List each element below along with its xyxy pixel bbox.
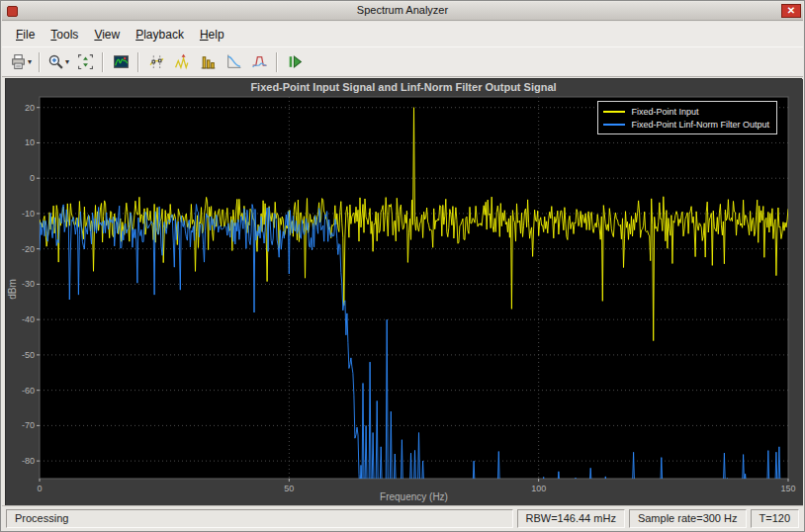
y-tick-label: -80 xyxy=(22,456,35,466)
y-tick-label: -70 xyxy=(22,420,35,430)
y-tick-label: 10 xyxy=(25,137,35,147)
status-message: Processing xyxy=(6,509,513,528)
y-tick-label: -50 xyxy=(22,350,35,360)
fit-axes-icon xyxy=(77,53,94,70)
legend-swatch xyxy=(603,111,625,113)
legend-item-output: Fixed-Point Linf-Norm Filter Output xyxy=(603,118,769,131)
time-indicator: T=120 xyxy=(751,509,800,528)
step-forward-icon xyxy=(287,53,304,70)
toolbar-separator xyxy=(137,52,139,72)
peak-finder-button[interactable] xyxy=(169,50,195,74)
ccdf-measurements-button[interactable] xyxy=(221,50,246,74)
spectral-mask-button[interactable] xyxy=(246,50,272,74)
titlebar[interactable]: Spectrum Analyzer ✕ xyxy=(2,2,803,21)
toolbar-separator xyxy=(276,52,278,72)
distortion-measurements-button[interactable] xyxy=(195,50,221,74)
spectrogram-icon xyxy=(113,53,130,70)
plot-title: Fixed-Point Input Signal and Linf-Norm F… xyxy=(6,81,801,93)
menubar: File Tools View Playback Help xyxy=(2,22,803,46)
printer-icon xyxy=(10,53,27,70)
legend-swatch xyxy=(603,124,625,126)
sample-rate-indicator: Sample rate=300 Hz xyxy=(629,509,747,528)
distortion-bars-icon xyxy=(200,53,217,70)
y-tick-label: -10 xyxy=(22,209,35,219)
toolbar-separator xyxy=(102,52,104,72)
legend-item-input: Fixed-Point Input xyxy=(603,105,769,118)
spectrum-plot-panel: 20100-10-20-30-40-50-60-70-80050100150 F… xyxy=(5,78,802,506)
y-tick-label: -30 xyxy=(22,279,35,289)
toolbar-separator xyxy=(39,52,41,72)
y-tick-label: -40 xyxy=(22,314,35,324)
legend[interactable]: Fixed-Point Input Fixed-Point Linf-Norm … xyxy=(597,101,777,134)
scale-axes-button[interactable] xyxy=(72,50,98,74)
export-button[interactable]: ▾ xyxy=(7,50,35,74)
magnifier-icon xyxy=(47,53,64,70)
statusbar: Processing RBW=146.44 mHz Sample rate=30… xyxy=(2,505,803,530)
menu-playback[interactable]: Playback xyxy=(128,25,192,44)
toolbar: ▾ ▾ xyxy=(2,46,803,77)
x-axis-label: Frequency (Hz) xyxy=(40,491,788,502)
spectral-mask-icon xyxy=(251,53,268,70)
window-title: Spectrum Analyzer xyxy=(2,4,803,16)
chevron-down-icon: ▾ xyxy=(65,58,69,66)
spectrum-chart[interactable]: 20100-10-20-30-40-50-60-70-80050100150 xyxy=(6,79,803,507)
ccdf-curve-icon xyxy=(225,53,242,70)
menu-file[interactable]: File xyxy=(8,25,43,44)
y-tick-label: -60 xyxy=(22,386,35,396)
legend-label: Fixed-Point Input xyxy=(631,107,698,117)
legend-label: Fixed-Point Linf-Norm Filter Output xyxy=(631,120,769,130)
cursor-measurements-button[interactable] xyxy=(143,50,169,74)
menu-tools[interactable]: Tools xyxy=(43,25,86,44)
menu-help[interactable]: Help xyxy=(192,25,232,44)
menu-view[interactable]: View xyxy=(86,25,128,44)
y-tick-label: 20 xyxy=(25,103,35,113)
y-tick-label: -20 xyxy=(22,244,35,254)
chevron-down-icon: ▾ xyxy=(28,58,32,66)
step-forward-button[interactable] xyxy=(282,50,308,74)
rbw-indicator: RBW=146.44 mHz xyxy=(517,509,625,528)
zoom-in-button[interactable]: ▾ xyxy=(45,50,72,74)
close-button[interactable]: ✕ xyxy=(781,4,801,18)
cursor-measurements-icon xyxy=(148,53,165,70)
peak-finder-icon xyxy=(174,53,191,70)
y-tick-label: 0 xyxy=(30,173,35,183)
y-axis-label: dBm xyxy=(7,274,18,304)
spectrum-analyzer-window: Spectrum Analyzer ✕ File Tools View Play… xyxy=(0,0,805,532)
spectrogram-button[interactable] xyxy=(108,50,134,74)
